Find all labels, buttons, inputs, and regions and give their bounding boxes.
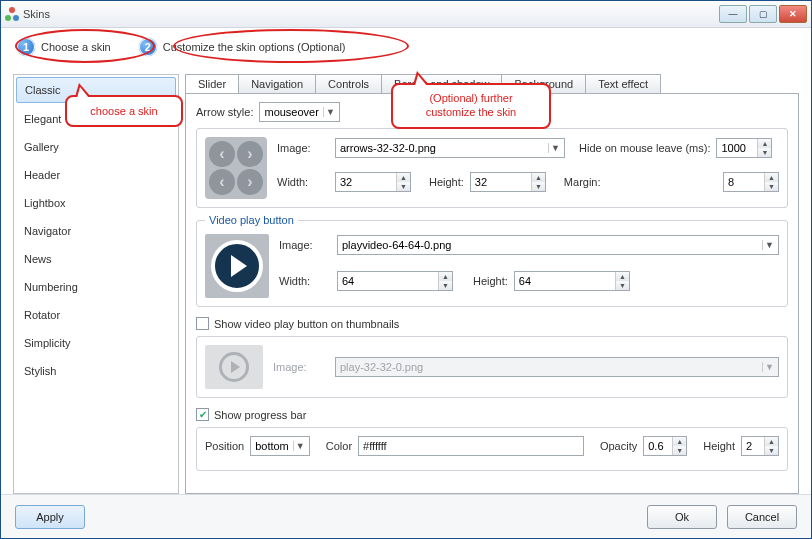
step-2-label: Customize the skin options (Optional): [163, 41, 346, 53]
apply-button[interactable]: Apply: [15, 505, 85, 529]
thumb-play-checkbox[interactable]: [196, 317, 209, 330]
thumb-play-small-icon: [205, 345, 263, 389]
video-image-select[interactable]: playvideo-64-64-0.png▼: [337, 235, 779, 255]
thumb-play-checkbox-row: Show video play button on thumbnails: [196, 317, 788, 330]
arrow-image-label: Image:: [277, 142, 329, 154]
thumb-play-image-label: Image:: [273, 361, 325, 373]
arrow-width-spinner[interactable]: ▲▼: [335, 172, 411, 192]
sidebar-item-header[interactable]: Header: [14, 161, 178, 189]
video-height-spinner[interactable]: ▲▼: [514, 271, 630, 291]
arrow-group: ‹›‹› Image: arrows-32-32-0.png▼ Hide on …: [196, 128, 788, 208]
video-image-label: Image:: [279, 239, 331, 251]
thumb-play-group: Image: play-32-32-0.png▼: [196, 336, 788, 398]
progress-checkbox[interactable]: ✔: [196, 408, 209, 421]
minimize-button[interactable]: —: [719, 5, 747, 23]
tab-controls[interactable]: Controls: [315, 74, 382, 93]
arrow-thumbnail-icon: ‹›‹›: [205, 137, 267, 199]
sidebar-item-lightbox[interactable]: Lightbox: [14, 189, 178, 217]
progress-checkbox-row: ✔ Show progress bar: [196, 408, 788, 421]
play-thumbnail-icon: [205, 234, 269, 298]
sidebar-item-gallery[interactable]: Gallery: [14, 133, 178, 161]
skins-dialog: Skins — ▢ ✕ 1 Choose a skin 2 Customize …: [0, 0, 812, 539]
thumb-play-image-select: play-32-32-0.png▼: [335, 357, 779, 377]
wizard-header: 1 Choose a skin 2 Customize the skin opt…: [1, 28, 811, 66]
app-icon: [5, 7, 19, 21]
tab-text-effect[interactable]: Text effect: [585, 74, 661, 93]
tab-border-and-shadow[interactable]: Border and shadow: [381, 74, 502, 93]
sidebar-item-news[interactable]: News: [14, 245, 178, 273]
step-1-label: Choose a skin: [41, 41, 111, 53]
tab-navigation[interactable]: Navigation: [238, 74, 316, 93]
maximize-button[interactable]: ▢: [749, 5, 777, 23]
progress-height-label: Height: [703, 440, 735, 452]
sidebar-item-rotator[interactable]: Rotator: [14, 301, 178, 329]
step-customize: 2 Customize the skin options (Optional): [139, 38, 346, 56]
tab-background[interactable]: Background: [501, 74, 586, 93]
progress-opacity-label: Opacity: [600, 440, 637, 452]
titlebar: Skins — ▢ ✕: [1, 1, 811, 28]
dialog-footer: Apply Ok Cancel: [1, 494, 811, 538]
progress-group: Position bottom▼ Color Opacity ▲▼ Height: [196, 427, 788, 471]
video-height-label: Height:: [473, 275, 508, 287]
arrow-hide-label: Hide on mouse leave (ms):: [579, 142, 710, 154]
arrow-style-label: Arrow style:: [196, 106, 253, 118]
progress-position-label: Position: [205, 440, 244, 452]
tab-bar: SliderNavigationControlsBorder and shado…: [185, 74, 799, 93]
skin-list: ClassicElegantGalleryHeaderLightboxNavig…: [13, 74, 179, 494]
arrow-margin-spinner[interactable]: ▲▼: [723, 172, 779, 192]
progress-opacity-spinner[interactable]: ▲▼: [643, 436, 687, 456]
progress-label: Show progress bar: [214, 409, 306, 421]
arrow-style-select[interactable]: mouseover▼: [259, 102, 339, 122]
ok-button[interactable]: Ok: [647, 505, 717, 529]
sidebar-item-elegant[interactable]: Elegant: [14, 105, 178, 133]
sidebar-item-simplicity[interactable]: Simplicity: [14, 329, 178, 357]
step-choose-skin: 1 Choose a skin: [17, 38, 111, 56]
close-button[interactable]: ✕: [779, 5, 807, 23]
slider-panel: Arrow style: mouseover▼ ‹›‹› Image:: [185, 93, 799, 494]
step-number-1-icon: 1: [17, 38, 35, 56]
video-width-spinner[interactable]: ▲▼: [337, 271, 453, 291]
progress-color-input[interactable]: [358, 436, 584, 456]
window-title: Skins: [23, 8, 50, 20]
sidebar-item-stylish[interactable]: Stylish: [14, 357, 178, 385]
arrow-height-spinner[interactable]: ▲▼: [470, 172, 546, 192]
arrow-margin-label: Margin:: [564, 176, 601, 188]
arrow-height-label: Height:: [429, 176, 464, 188]
cancel-button[interactable]: Cancel: [727, 505, 797, 529]
sidebar-item-navigator[interactable]: Navigator: [14, 217, 178, 245]
video-play-group: Video play button Image: playvideo-64-64…: [196, 214, 788, 307]
progress-color-label: Color: [326, 440, 352, 452]
tab-slider[interactable]: Slider: [185, 74, 239, 93]
progress-position-select[interactable]: bottom▼: [250, 436, 310, 456]
video-width-label: Width:: [279, 275, 331, 287]
arrow-width-label: Width:: [277, 176, 329, 188]
video-legend: Video play button: [205, 214, 298, 226]
arrow-hide-spinner[interactable]: ▲▼: [716, 138, 772, 158]
sidebar-item-numbering[interactable]: Numbering: [14, 273, 178, 301]
progress-height-spinner[interactable]: ▲▼: [741, 436, 779, 456]
arrow-image-select[interactable]: arrows-32-32-0.png▼: [335, 138, 565, 158]
sidebar-item-classic[interactable]: Classic: [16, 77, 176, 103]
step-number-2-icon: 2: [139, 38, 157, 56]
thumb-play-label: Show video play button on thumbnails: [214, 318, 399, 330]
